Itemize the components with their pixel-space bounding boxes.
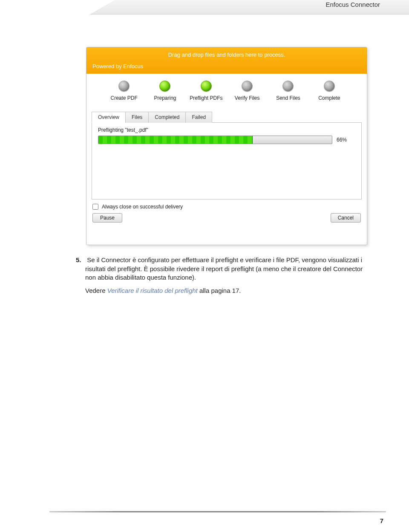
stage-led-icon xyxy=(159,81,170,92)
powered-by-text: Powered by Enfocus xyxy=(92,63,143,69)
document-text: 5. Se il Connector è configurato per eff… xyxy=(76,256,371,300)
pause-button[interactable]: Pause xyxy=(92,213,122,223)
stage-led-icon xyxy=(242,81,253,92)
stage-label: Send Files xyxy=(276,95,300,101)
stage-verify-files: Verify Files xyxy=(227,81,268,101)
stage-send-files: Send Files xyxy=(268,81,308,101)
progress-fill xyxy=(98,136,253,144)
stage-label: Preparing xyxy=(154,95,176,101)
see-prefix: Vedere xyxy=(85,287,107,294)
progress-status-text: Preflighting "test_.pdf" xyxy=(98,127,355,133)
stage-label: Preflight PDFs xyxy=(190,95,222,101)
header-title: Enfocus Connector xyxy=(325,1,380,8)
stage-complete: Complete xyxy=(309,81,350,101)
stage-label: Create PDF xyxy=(110,95,137,101)
list-number: 5. xyxy=(76,256,85,265)
cancel-button[interactable]: Cancel xyxy=(331,213,361,223)
see-suffix: alla pagina 17. xyxy=(198,287,241,294)
tab-files[interactable]: Files xyxy=(125,112,149,123)
overview-panel: Preflighting "test_.pdf" 66% xyxy=(92,123,362,200)
progress-bar xyxy=(98,136,332,144)
progress-row: 66% xyxy=(98,136,355,144)
close-on-delivery-row: Always close on successful delivery xyxy=(92,204,361,210)
page-number: 7 xyxy=(380,517,383,524)
page-header-band: Enfocus Connector xyxy=(0,0,409,14)
stage-led-icon xyxy=(201,81,212,92)
footer-rule xyxy=(49,511,386,512)
stage-label: Verify Files xyxy=(235,95,260,101)
tab-failed[interactable]: Failed xyxy=(185,112,212,123)
drop-zone-text: Drag and drop files and folders here to … xyxy=(86,47,367,58)
stage-create-pdf: Create PDF xyxy=(104,81,144,101)
connector-screenshot: Drag and drop files and folders here to … xyxy=(86,47,367,245)
tabs-bar: OverviewFilesCompletedFailed xyxy=(92,111,362,123)
doc-para-1: Se il Connector è configurato per effett… xyxy=(85,256,363,281)
close-on-delivery-checkbox[interactable] xyxy=(92,204,98,210)
drop-zone[interactable]: Drag and drop files and folders here to … xyxy=(86,47,367,74)
stage-preflight-pdfs: Preflight PDFs xyxy=(186,81,227,101)
header-wedge xyxy=(0,0,89,14)
see-link[interactable]: Verificare il risultato del preflight xyxy=(107,287,198,294)
stage-led-icon xyxy=(118,81,130,92)
stage-led-icon xyxy=(324,81,335,92)
stage-led-icon xyxy=(282,81,294,92)
progress-percent: 66% xyxy=(337,137,347,143)
tab-completed[interactable]: Completed xyxy=(148,112,186,123)
stage-preparing: Preparing xyxy=(144,81,185,101)
close-on-delivery-label: Always close on successful delivery xyxy=(102,204,183,210)
stage-label: Complete xyxy=(318,95,340,101)
stages-row: Create PDFPreparingPreflight PDFsVerify … xyxy=(86,74,367,105)
tab-overview[interactable]: Overview xyxy=(92,112,126,123)
button-row: Pause Cancel xyxy=(92,213,361,223)
